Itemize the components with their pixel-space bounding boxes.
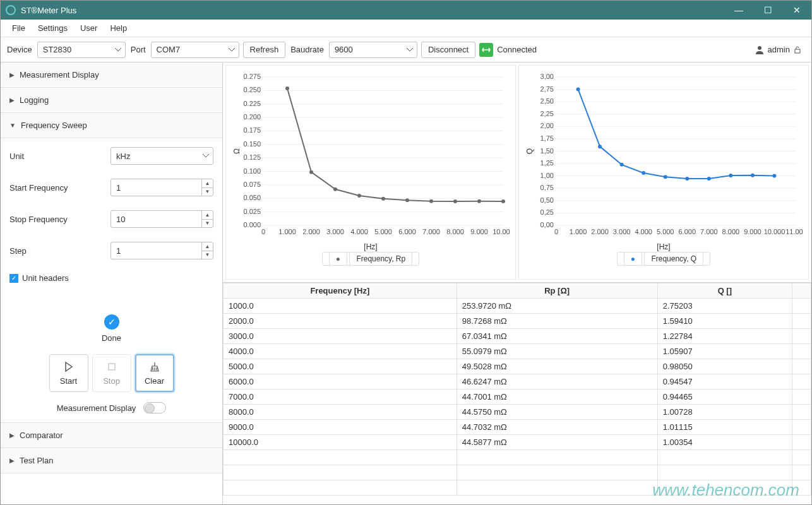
- user-icon: [755, 45, 764, 54]
- app-icon: [6, 5, 16, 15]
- svg-point-91: [642, 171, 645, 175]
- chevron-right-icon: ▶: [9, 457, 15, 464]
- connected-label: Connected: [497, 45, 537, 54]
- svg-text:2.000: 2.000: [302, 228, 320, 235]
- table-row[interactable]: 5000.049.5028 mΩ0.98050: [224, 359, 811, 374]
- menubar: File Settings User Help: [1, 20, 811, 37]
- menu-help[interactable]: Help: [104, 21, 133, 35]
- spin-up-icon[interactable]: ▲: [202, 242, 213, 251]
- spin-down-icon[interactable]: ▼: [202, 220, 213, 228]
- chevron-down-icon: ▼: [9, 122, 16, 129]
- data-table-wrap[interactable]: Frequency [Hz]Rp [Ω]Q []1000.0253.9720 m…: [223, 282, 811, 504]
- start-freq-value: 1: [116, 183, 201, 193]
- user-display[interactable]: admin: [755, 45, 801, 54]
- table-row[interactable]: 10000.044.5877 mΩ1.00354: [224, 435, 811, 450]
- svg-text:1,25: 1,25: [540, 159, 554, 167]
- baudrate-select[interactable]: 9600: [329, 42, 417, 58]
- accordion-test-plan[interactable]: ▶ Test Plan: [1, 448, 222, 473]
- svg-point-42: [357, 194, 361, 198]
- unit-select[interactable]: kHz: [110, 147, 213, 165]
- titlebar: ST®Meter Plus — ☐ ✕: [1, 1, 811, 20]
- svg-text:0,25: 0,25: [540, 208, 554, 216]
- chart-rp: 0.0000.0250.0500.0750.1000.1250.1500.175…: [225, 65, 516, 280]
- step-label: Step: [9, 246, 110, 256]
- accordion-label: Test Plan: [20, 456, 53, 465]
- stop-button[interactable]: Stop: [92, 354, 131, 392]
- start-freq-input[interactable]: 1 ▲▼: [110, 179, 213, 196]
- disconnect-button[interactable]: Disconnect: [421, 42, 475, 58]
- svg-text:0,75: 0,75: [540, 184, 554, 191]
- device-value: ST2830: [43, 45, 111, 54]
- main-panel: 0.0000.0250.0500.0750.1000.1250.1500.175…: [223, 62, 811, 504]
- table-row[interactable]: 4000.055.0979 mΩ1.05907: [224, 344, 811, 359]
- play-icon: [63, 361, 75, 372]
- toolbar: Device ST2830 Port COM7 Refresh Baudrate…: [1, 37, 811, 62]
- spin-up-icon[interactable]: ▲: [202, 179, 213, 188]
- unit-headers-label: Unit headers: [22, 273, 69, 283]
- svg-text:0.000: 0.000: [243, 221, 261, 229]
- accordion-comparator[interactable]: ▶ Comparator: [1, 423, 222, 448]
- table-row[interactable]: 2000.098.7268 mΩ1.59410: [224, 314, 811, 329]
- frequency-sweep-panel: Unit kHz Start Frequency 1 ▲▼ Stop Frequ…: [1, 138, 222, 423]
- svg-text:10.000: 10.000: [493, 228, 510, 235]
- accordion-logging[interactable]: ▶ Logging: [1, 88, 222, 113]
- chevron-down-icon: [203, 154, 209, 158]
- table-row[interactable]: 1000.0253.9720 mΩ2.75203: [224, 299, 811, 314]
- svg-text:7.000: 7.000: [422, 228, 440, 235]
- svg-text:0.025: 0.025: [243, 208, 261, 215]
- svg-text:0.150: 0.150: [243, 140, 261, 148]
- chevron-right-icon: ▶: [9, 71, 15, 78]
- svg-text:5.000: 5.000: [657, 228, 674, 235]
- menu-user[interactable]: User: [74, 21, 104, 35]
- port-select[interactable]: COM7: [151, 42, 239, 58]
- stop-label: Stop: [103, 376, 120, 386]
- svg-text:1,00: 1,00: [540, 172, 554, 179]
- clear-label: Clear: [145, 376, 164, 386]
- accordion-frequency-sweep[interactable]: ▼ Frequency Sweep: [1, 113, 222, 138]
- svg-text:0.200: 0.200: [243, 113, 261, 121]
- start-freq-label: Start Frequency: [9, 183, 110, 193]
- svg-point-96: [751, 174, 755, 177]
- clear-button[interactable]: Clear: [135, 354, 174, 392]
- baudrate-value: 9600: [335, 45, 403, 54]
- table-row[interactable]: 8000.044.5750 mΩ1.00728: [224, 405, 811, 420]
- spin-up-icon[interactable]: ▲: [202, 211, 213, 220]
- minimize-button[interactable]: —: [724, 1, 753, 20]
- unit-label: Unit: [9, 152, 110, 161]
- accordion-label: Logging: [20, 95, 49, 105]
- svg-point-41: [333, 187, 337, 191]
- svg-point-93: [685, 177, 689, 181]
- stop-freq-input[interactable]: 10 ▲▼: [110, 210, 213, 228]
- user-name: admin: [768, 45, 790, 54]
- table-row[interactable]: 6000.046.6247 mΩ0.94547: [224, 374, 811, 389]
- close-button[interactable]: ✕: [782, 1, 811, 20]
- svg-point-47: [477, 199, 481, 203]
- connection-status: Connected: [479, 43, 537, 57]
- menu-file[interactable]: File: [6, 21, 32, 35]
- spin-down-icon[interactable]: ▼: [202, 188, 213, 196]
- accordion-measurement-display[interactable]: ▶ Measurement Display: [1, 62, 222, 88]
- svg-point-48: [501, 199, 505, 203]
- chart-legend: ● Frequency, Rp: [322, 252, 419, 266]
- step-value: 1: [116, 246, 201, 256]
- refresh-button[interactable]: Refresh: [243, 42, 286, 58]
- svg-point-88: [576, 87, 580, 91]
- svg-text:0.175: 0.175: [243, 126, 261, 134]
- table-row[interactable]: 7000.044.7001 mΩ0.94465: [224, 389, 811, 405]
- step-input[interactable]: 1 ▲▼: [110, 242, 213, 259]
- maximize-button[interactable]: ☐: [753, 1, 782, 20]
- start-button[interactable]: Start: [49, 354, 88, 392]
- chevron-down-icon: [407, 48, 413, 52]
- svg-text:3.000: 3.000: [613, 228, 631, 235]
- meas-display-toggle[interactable]: [143, 402, 166, 413]
- device-select[interactable]: ST2830: [37, 42, 126, 58]
- svg-text:1.000: 1.000: [570, 228, 587, 235]
- table-row[interactable]: 3000.067.0341 mΩ1.22784: [224, 329, 811, 344]
- svg-text:0.250: 0.250: [243, 86, 261, 93]
- table-row[interactable]: 9000.044.7032 mΩ1.01115: [224, 420, 811, 435]
- chart-legend: ● Frequency, Q: [617, 252, 710, 266]
- menu-settings[interactable]: Settings: [32, 21, 74, 35]
- unit-headers-checkbox[interactable]: ✓ Unit headers: [9, 273, 213, 283]
- spin-down-icon[interactable]: ▼: [202, 251, 213, 259]
- chart-xlabel: [Hz]: [231, 242, 510, 251]
